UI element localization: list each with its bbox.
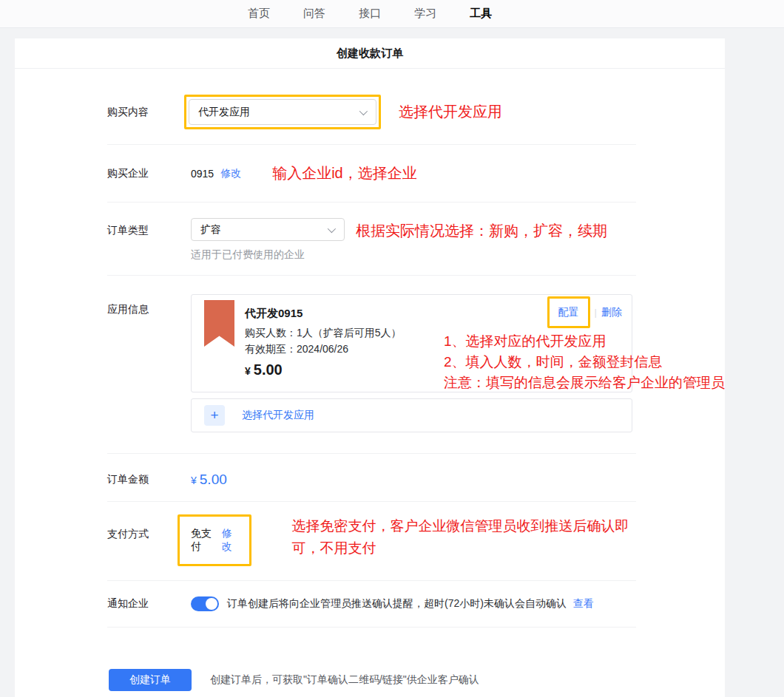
purchase-content-annotation: 选择代开发应用 <box>399 102 502 122</box>
nav-item-learn[interactable]: 学习 <box>414 7 436 21</box>
view-link[interactable]: 查看 <box>573 597 594 609</box>
price-amount: 5.00 <box>254 361 283 378</box>
top-navigation: 首页 问答 接口 学习 工具 <box>0 0 784 28</box>
app-info-annotations: 1、选择对应的代开发应用 2、填入人数，时间，金额登封信息 注意：填写的信息会展… <box>444 331 725 393</box>
order-amount-row: 订单金额 ¥5.00 <box>107 454 636 502</box>
plus-icon: + <box>204 405 225 426</box>
app-annotation-1: 1、选择对应的代开发应用 <box>444 331 725 352</box>
payment-method-value: 免支付 <box>191 527 215 554</box>
purchase-content-value: 代开发应用 <box>198 106 250 119</box>
purchase-content-select[interactable]: 代开发应用 <box>189 99 376 125</box>
app-info-row: 应用信息 代开发0915 购买人数：1人（扩容后可用5人） 有效期至：2024/… <box>107 276 636 454</box>
modify-enterprise-link[interactable]: 修改 <box>220 167 241 180</box>
app-annotation-2: 2、填入人数，时间，金额登封信息 <box>444 352 725 373</box>
notify-description: 订单创建后将向企业管理员推送确认提醒，超时(72小时)未确认会自动确认 查看 <box>227 597 594 611</box>
order-type-label: 订单类型 <box>107 218 191 237</box>
amount-value: 5.00 <box>200 472 227 487</box>
notify-enterprise-row: 通知企业 订单创建后将向企业管理员推送确认提醒，超时(72小时)未确认会自动确认… <box>107 581 636 628</box>
notify-enterprise-label: 通知企业 <box>107 597 191 611</box>
configure-link[interactable]: 配置 <box>558 306 579 318</box>
create-order-button[interactable]: 创建订单 <box>109 669 192 691</box>
purchase-content-row: 购买内容 代开发应用 选择代开发应用 <box>107 69 636 145</box>
purchase-enterprise-row: 购买企业 0915 修改 输入企业id，选择企业 <box>107 145 636 203</box>
currency-symbol: ¥ <box>191 475 197 486</box>
order-type-annotation: 根据实际情况选择：新购，扩容，续期 <box>356 218 607 241</box>
create-order-hint: 创建订单后，可获取"订单确认二维码/链接"供企业客户确认 <box>210 673 479 687</box>
nav-item-tools[interactable]: 工具 <box>470 7 492 21</box>
modify-payment-link[interactable]: 修改 <box>222 527 238 554</box>
select-dev-app-label: 选择代开发应用 <box>242 409 314 422</box>
action-divider: | <box>595 307 597 318</box>
delete-link[interactable]: 删除 <box>601 306 622 319</box>
order-type-row: 订单类型 扩容 适用于已付费使用的企业 根据实际情况选择：新购，扩容，续期 <box>107 203 636 276</box>
app-info-label: 应用信息 <box>107 294 191 316</box>
payment-method-row: 支付方式 免支付 修改 选择免密支付，客户企业微信管理员收到推送后确认即可，不用… <box>107 502 636 581</box>
nav-item-qa[interactable]: 问答 <box>303 7 325 21</box>
purchase-enterprise-annotation: 输入企业id，选择企业 <box>272 163 417 183</box>
chevron-down-icon <box>328 224 336 232</box>
app-card-actions: 配置 | 删除 <box>547 296 622 328</box>
purchase-enterprise-value: 0915 <box>191 168 214 180</box>
order-type-control: 扩容 适用于已付费使用的企业 <box>191 218 345 262</box>
highlight-box-purchase-content: 代开发应用 <box>184 95 381 129</box>
notify-description-text: 订单创建后将向企业管理员推送确认提醒，超时(72小时)未确认会自动确认 <box>227 597 567 609</box>
payment-method-annotation: 选择免密支付，客户企业微信管理员收到推送后确认即可，不用支付 <box>292 514 636 560</box>
footer-row: 创建订单 创建订单后，可获取"订单确认二维码/链接"供企业客户确认 <box>107 669 636 691</box>
order-type-select[interactable]: 扩容 <box>191 218 345 241</box>
nav-item-home[interactable]: 首页 <box>248 7 270 21</box>
toggle-knob <box>206 598 217 610</box>
select-dev-app-button[interactable]: + 选择代开发应用 <box>191 398 632 432</box>
order-type-helper: 适用于已付费使用的企业 <box>191 248 345 262</box>
purchase-content-label: 购买内容 <box>107 106 191 119</box>
currency-symbol: ¥ <box>245 365 251 377</box>
notify-toggle[interactable] <box>191 596 219 611</box>
purchase-enterprise-label: 购买企业 <box>107 167 191 180</box>
bookmark-ribbon-icon <box>204 300 234 347</box>
highlight-box-configure: 配置 <box>547 296 590 328</box>
nav-item-api[interactable]: 接口 <box>359 7 381 21</box>
order-type-value: 扩容 <box>200 223 221 237</box>
chevron-down-icon <box>359 106 368 115</box>
order-amount-value: ¥5.00 <box>191 472 227 488</box>
page-title: 创建收款订单 <box>15 38 725 69</box>
create-order-panel: 创建收款订单 购买内容 代开发应用 选择代开发应用 购买企业 0915 修改 输… <box>15 38 725 697</box>
app-annotation-3: 注意：填写的信息会展示给客户企业的管理员 <box>444 373 725 393</box>
app-info-control: 代开发0915 购买人数：1人（扩容后可用5人） 有效期至：2024/06/26… <box>191 294 632 432</box>
order-form: 购买内容 代开发应用 选择代开发应用 购买企业 0915 修改 输入企业id，选… <box>107 69 636 691</box>
order-amount-label: 订单金额 <box>107 473 191 486</box>
highlight-box-payment: 免支付 修改 <box>178 514 251 566</box>
